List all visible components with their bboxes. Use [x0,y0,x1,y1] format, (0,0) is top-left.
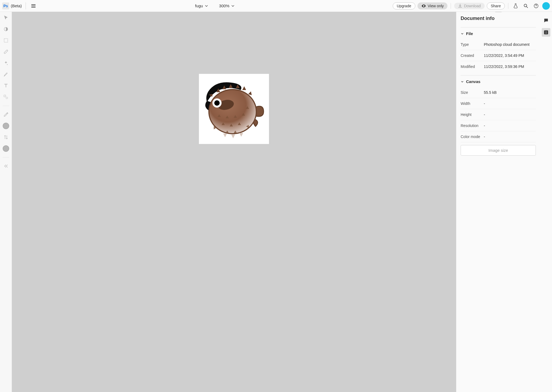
search-button[interactable] [522,2,530,10]
divider [26,2,26,9]
chevron-down-icon [461,80,464,83]
info-icon [543,30,549,35]
document-name-dropdown[interactable]: fugu [195,4,208,8]
svg-point-12 [546,31,546,32]
shapes-tool[interactable] [3,94,9,100]
collapse-toolbar[interactable] [3,163,9,169]
view-only-badge: View only [418,2,448,9]
logo-group: Ps (Beta) [2,2,22,9]
panel-drag-handle[interactable] [495,12,502,12]
contrast-icon [3,26,9,32]
image-size-button[interactable]: Image size [461,145,536,156]
help-button[interactable] [532,2,540,10]
row-label: Width [461,101,484,106]
file-section-header[interactable]: File [461,31,536,36]
move-tool[interactable] [3,15,9,21]
row-value: 55.5 kB [484,90,496,95]
swap-icon [3,135,9,140]
row-label: Type [461,42,484,47]
right-rail [540,12,552,392]
view-only-label: View only [428,4,444,8]
chevron-down-icon [205,4,208,8]
document-name: fugu [195,4,203,8]
left-toolbar [0,12,12,392]
document-artwork [200,75,268,143]
info-row-created: Created 11/22/2022, 3:54:49 PM [461,50,536,61]
search-icon [523,3,529,9]
zoom-dropdown[interactable]: 300% [219,4,235,8]
foreground-color[interactable] [3,123,9,129]
canvas-section-header[interactable]: Canvas [461,79,536,84]
bandage-icon [3,49,9,54]
canvas-section: Canvas Size 55.5 kB Width - Height - Res… [461,75,536,156]
info-row-size: Size 55.5 kB [461,87,536,98]
divider [451,3,451,9]
adjust-tool[interactable] [3,26,9,32]
chevron-down-icon [461,32,464,35]
row-label: Resolution [461,123,484,128]
row-value: - [484,101,485,106]
eyedropper-tool[interactable] [3,111,9,118]
info-row-colormode: Color mode - [461,131,536,142]
row-label: Size [461,90,484,95]
row-value: - [484,123,485,128]
download-label: Download [464,4,481,8]
app-header: Ps (Beta) fugu 300% Upgrade View only Do… [0,0,552,12]
row-label: Modified [461,64,484,69]
eye-icon [421,4,426,8]
svg-point-0 [524,4,527,7]
file-section: File Type Photoshop cloud document Creat… [461,27,536,72]
info-row-width: Width - [461,98,536,109]
text-tool[interactable] [3,82,9,89]
main-area: Document info File Type Photoshop cloud … [0,12,552,392]
header-center: fugu 300% [39,4,391,8]
marquee-icon [3,38,9,43]
row-label: Height [461,112,484,117]
zoom-value: 300% [219,4,229,8]
svg-point-6 [6,97,8,99]
help-icon [533,3,539,9]
menu-button[interactable] [30,2,37,10]
chevrons-left-icon [3,163,9,169]
beta-label: (Beta) [11,4,22,8]
row-label: Color mode [461,135,484,139]
background-color[interactable] [3,145,9,152]
eyedropper-icon [3,112,9,117]
share-button[interactable]: Share [487,2,505,9]
row-value: - [484,135,485,139]
row-label: Created [461,53,484,58]
download-button: Download [454,3,484,9]
svg-rect-5 [4,95,6,97]
text-icon [3,83,9,88]
hamburger-icon [31,4,36,8]
info-row-resolution: Resolution - [461,120,536,131]
cursor-icon [3,15,9,20]
svg-rect-3 [4,39,8,42]
labs-button[interactable] [512,2,520,10]
panel-title: Document info [461,16,536,21]
divider [3,157,9,157]
comment-icon [543,18,549,23]
heal-tool[interactable] [3,49,9,55]
app-logo[interactable]: Ps [2,2,9,9]
document-info-panel: Document info File Type Photoshop cloud … [456,12,540,392]
row-value: Photoshop cloud document [484,42,530,47]
brush-tool[interactable] [3,71,9,78]
beaker-icon [513,3,518,9]
canvas-area[interactable] [12,12,456,392]
comments-button[interactable] [542,16,550,25]
canvas-section-label: Canvas [466,79,480,84]
svg-point-7 [209,90,256,134]
sparkle-icon [3,60,9,66]
user-avatar[interactable] [542,2,550,10]
magic-tool[interactable] [3,60,9,66]
divider [3,106,9,106]
upgrade-button[interactable]: Upgrade [393,2,415,9]
info-button[interactable] [542,28,550,37]
swap-colors[interactable] [3,134,9,140]
shapes-icon [3,94,9,100]
brush-icon [3,72,9,77]
file-section-label: File [466,31,473,36]
selection-tool[interactable] [3,37,9,44]
canvas[interactable] [199,74,269,144]
